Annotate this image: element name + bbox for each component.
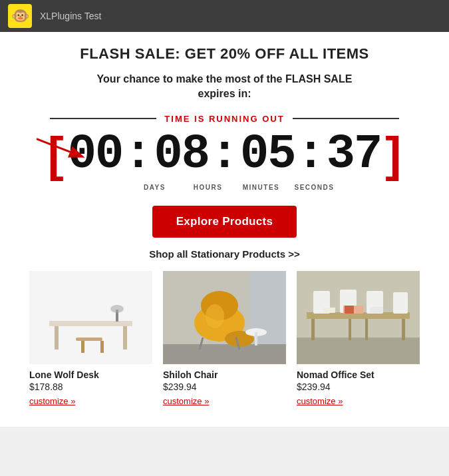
- app-title: XLPlugins Test: [40, 11, 101, 21]
- product-name-office: Nomad Office Set: [297, 369, 420, 380]
- main-content: FLASH SALE: GET 20% OFF ALL ITEMS Your c…: [0, 32, 449, 427]
- countdown-minutes: 05: [240, 130, 295, 178]
- svg-rect-4: [55, 326, 59, 350]
- shop-all-wrapper: Shop all Stationary Products >>: [20, 248, 429, 260]
- svg-rect-8: [76, 338, 102, 341]
- label-seconds: SECONDS: [288, 184, 341, 191]
- shop-all-text[interactable]: Shop all Stationary Products >>: [149, 248, 300, 260]
- timer-line-left: [50, 118, 156, 119]
- bracket-right: ]: [381, 130, 405, 178]
- timer-label-text: TIME IS RUNNING OUT: [156, 114, 292, 124]
- flash-sale-heading: FLASH SALE: GET 20% OFF ALL ITEMS: [20, 45, 429, 63]
- svg-rect-32: [393, 292, 408, 314]
- timer-line-right: [293, 118, 399, 119]
- product-name-desk: Lone Wolf Desk: [29, 369, 152, 380]
- svg-rect-36: [323, 308, 335, 313]
- product-customize-chair[interactable]: customize »: [163, 396, 209, 406]
- products-grid: Lone Wolf Desk $178.88 customize »: [20, 271, 429, 407]
- flash-sale-subtitle: Your chance to make the most of the FLAS…: [20, 72, 429, 102]
- top-bar: 🐵 XLPlugins Test: [0, 0, 449, 32]
- product-image-office: [297, 271, 420, 364]
- svg-rect-10: [100, 341, 104, 353]
- timer-label-row: TIME IS RUNNING OUT: [20, 114, 429, 124]
- product-image-chair: [163, 271, 286, 364]
- app-logo-icon: 🐵: [8, 4, 32, 28]
- svg-rect-35: [370, 307, 383, 313]
- svg-rect-9: [81, 341, 84, 353]
- svg-rect-27: [349, 319, 351, 340]
- explore-products-button[interactable]: Explore Products: [152, 206, 297, 238]
- svg-rect-5: [123, 326, 127, 350]
- label-hours: HOURS: [182, 184, 235, 191]
- svg-rect-2: [29, 271, 152, 364]
- svg-rect-3: [49, 321, 132, 326]
- explore-button-wrapper: Explore Products: [20, 206, 429, 238]
- label-minutes: MINUTES: [235, 184, 288, 191]
- product-price-chair: $239.94: [163, 381, 286, 392]
- label-days: DAYS: [128, 184, 182, 191]
- separator-2: :: [210, 130, 239, 178]
- countdown-seconds: 37: [327, 130, 381, 178]
- countdown-hours: 08: [154, 130, 208, 178]
- svg-line-1: [37, 138, 81, 156]
- product-card-desk: Lone Wolf Desk $178.88 customize »: [29, 271, 152, 407]
- svg-rect-21: [255, 332, 257, 346]
- svg-rect-25: [311, 319, 315, 340]
- product-card-office: Nomad Office Set $239.94 customize »: [297, 271, 420, 407]
- svg-point-16: [206, 304, 224, 328]
- product-customize-desk[interactable]: customize »: [29, 396, 75, 406]
- product-card-chair: Shiloh Chair $239.94 customize »: [163, 271, 286, 407]
- product-price-desk: $178.88: [29, 381, 152, 392]
- separator-3: :: [297, 130, 325, 178]
- svg-rect-26: [402, 319, 405, 340]
- svg-point-7: [110, 305, 124, 313]
- separator-1: :: [124, 130, 152, 178]
- arrow-icon: [33, 130, 86, 166]
- timer-section: TIME IS RUNNING OUT [ 00 : 08 : 05 : 37 …: [20, 114, 429, 191]
- product-customize-office[interactable]: customize »: [297, 396, 343, 406]
- product-image-desk: [29, 271, 152, 364]
- svg-rect-34: [345, 306, 354, 314]
- countdown-labels: DAYS HOURS MINUTES SECONDS: [20, 181, 429, 191]
- product-price-office: $239.94: [297, 381, 420, 392]
- product-name-chair: Shiloh Chair: [163, 369, 286, 380]
- svg-rect-28: [365, 319, 368, 340]
- svg-rect-23: [297, 338, 420, 364]
- svg-rect-12: [163, 344, 286, 364]
